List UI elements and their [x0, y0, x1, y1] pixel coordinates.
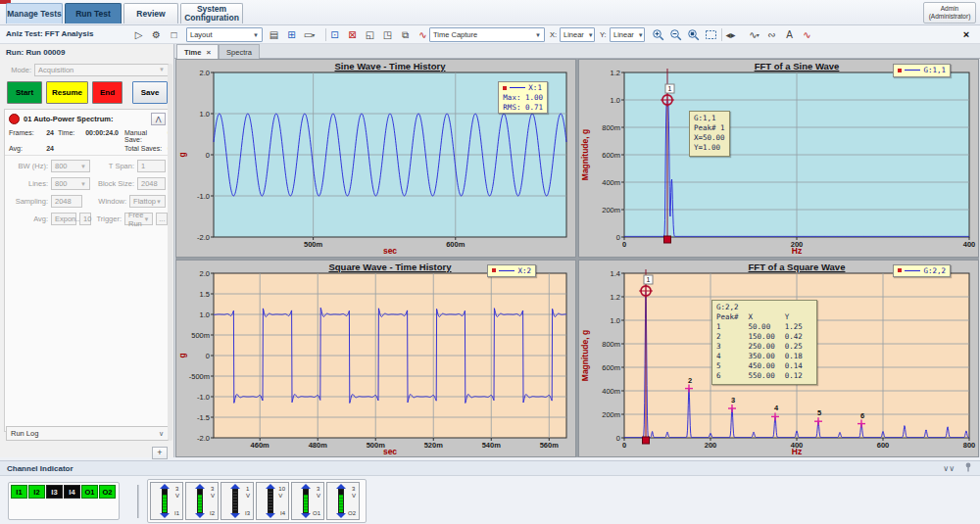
chart-fft-square-wave[interactable]: 02004006008001.41.21.0800m600m400m200m01… — [578, 260, 979, 458]
save-layout-icon[interactable]: ⊞ — [284, 27, 299, 42]
tab-spectra[interactable]: Spectra — [219, 44, 260, 59]
tab-review[interactable]: Review — [123, 3, 178, 24]
chart-plot[interactable]: 02004001.21.0800m600m400m200m01HzMagnitu… — [579, 60, 978, 257]
chart-square-time-history[interactable]: 460m480m500m520m540m560m2.01.51.0500m0-5… — [175, 260, 576, 458]
mode-combo[interactable]: Acquisition▼ — [34, 64, 169, 76]
harmonic-cursor-icon[interactable]: ∿ — [800, 27, 814, 42]
channel-meter-i1[interactable]: 3VI1 — [150, 482, 183, 520]
open-layout-icon[interactable]: ▭▾ — [302, 27, 317, 42]
svg-text:600: 600 — [877, 441, 890, 450]
chart-fft-sine-wave[interactable]: 02004001.21.0800m600m400m200m01HzMagnitu… — [578, 59, 979, 258]
tab-run-test[interactable]: Run Test — [65, 3, 122, 24]
meter-channel-label: I2 — [210, 510, 215, 516]
svg-text:1: 1 — [668, 85, 672, 92]
meter-lower-limit-icon[interactable] — [230, 513, 240, 518]
bw-combo[interactable]: 800▼ — [51, 160, 90, 172]
cursor-wave-icon[interactable]: ∿▾ — [747, 27, 761, 42]
channel-meter-o1[interactable]: 3VO1 — [291, 482, 324, 520]
meter-lower-limit-icon[interactable] — [195, 513, 205, 518]
admin-button[interactable]: Admin (Administrator) — [923, 2, 976, 24]
box-zoom-icon[interactable] — [704, 27, 718, 42]
window-combo[interactable]: Flattop▼ — [129, 195, 166, 208]
channel-meter-i2[interactable]: 3VI2 — [185, 482, 219, 520]
tspan-field[interactable]: 1 — [137, 160, 166, 172]
channel-button-i2[interactable]: I2 — [28, 485, 45, 499]
channel-button-o2[interactable]: O2 — [99, 485, 116, 499]
channel-button-i4[interactable]: I4 — [64, 485, 80, 499]
test-name-label: Anlz Test: FFT Analysis — [6, 29, 93, 38]
new-window-icon[interactable]: □ — [167, 27, 181, 42]
chart-plot[interactable]: 460m480m500m520m540m560m2.01.51.0500m0-5… — [176, 261, 575, 457]
run-test-icon[interactable]: ▷ — [131, 27, 146, 42]
meter-channel-label: I1 — [174, 510, 179, 516]
legend-marker-icon — [898, 268, 902, 272]
svg-text:0: 0 — [616, 233, 620, 242]
channel-meter-o2[interactable]: 3VO2 — [326, 482, 360, 520]
channel-meter-i4[interactable]: 10VI4 — [256, 482, 289, 520]
x-axis-label: sec — [383, 447, 397, 456]
lines-combo[interactable]: 800▼ — [51, 177, 90, 190]
window-left-icon[interactable]: ◱ — [363, 27, 377, 42]
trigger-label: Trigger: — [94, 214, 122, 223]
svg-text:0: 0 — [206, 351, 210, 359]
annotation-text-icon[interactable]: A — [782, 27, 797, 42]
x-axis-label: Hz — [792, 447, 802, 456]
zoom-icon-group — [651, 26, 718, 43]
new-layout-icon[interactable]: ▤ — [267, 27, 281, 42]
collapse-panel-icon[interactable]: ∨∨ — [943, 464, 955, 473]
trigger-more-button[interactable]: ... — [156, 213, 168, 225]
meter-lower-limit-icon[interactable] — [336, 513, 346, 518]
block-size-field[interactable]: 2048 — [137, 177, 166, 190]
tab-label: Manage Tests — [7, 9, 62, 19]
avg-type-combo[interactable]: Expon... — [51, 213, 76, 225]
save-button[interactable]: Save — [132, 81, 168, 104]
trigger-combo[interactable]: Free Run▼ — [124, 213, 153, 225]
window-right-icon[interactable]: ◳ — [380, 27, 395, 42]
layout-combo[interactable]: Layout▼ — [186, 27, 263, 42]
channel-meter-i3[interactable]: 1VI3 — [220, 482, 254, 520]
end-button[interactable]: End — [92, 81, 122, 104]
add-panel-button[interactable]: + — [152, 447, 168, 459]
meter-lower-limit-icon[interactable] — [301, 513, 311, 518]
signal-combo-value: Time Capture — [433, 30, 477, 39]
edit-curve-icon[interactable]: ∿ — [416, 27, 430, 42]
run-log-combo[interactable]: Run Log∨ — [6, 426, 169, 441]
start-button[interactable]: Start — [7, 81, 42, 104]
channel-button-i1[interactable]: I1 — [11, 485, 27, 499]
chart-title: Sine Wave - Time History — [214, 61, 566, 71]
tab-manage-tests[interactable]: Manage Tests — [6, 3, 63, 24]
zoom-full-icon[interactable] — [686, 27, 701, 42]
left-panel-scrollbar[interactable] — [168, 64, 172, 441]
test-settings-icon[interactable]: ⚙ — [149, 27, 164, 42]
meter-lower-limit-icon[interactable] — [266, 513, 275, 518]
meter-lower-limit-icon[interactable] — [160, 513, 170, 518]
layout-combo-value: Layout — [190, 30, 213, 39]
remove-signal-window-icon[interactable]: ⊠ — [345, 27, 360, 42]
channel-button-o1[interactable]: O1 — [81, 485, 98, 499]
peak-marker-button[interactable]: ⋀ — [151, 113, 166, 125]
bw-label: BW (Hz): — [9, 162, 48, 170]
pin-panel-icon[interactable] — [964, 462, 972, 474]
x-scale-combo[interactable]: Linear▼ — [560, 27, 595, 42]
pan-horizontal-icon[interactable]: ◂▸ — [723, 27, 738, 42]
y-scale-combo[interactable]: Linear▼ — [610, 27, 645, 42]
chart-sine-time-history[interactable]: 500m600m2.01.00-1.0-2.0secgSine Wave - T… — [175, 59, 576, 258]
meter-channel-label: I3 — [245, 510, 250, 516]
channel-button-i3[interactable]: I3 — [46, 485, 63, 499]
avg-count-field[interactable]: 10 — [79, 213, 91, 225]
close-tab-icon[interactable]: × — [206, 48, 211, 57]
zoom-out-icon[interactable] — [668, 27, 683, 42]
close-pane-icon[interactable]: × — [960, 28, 972, 40]
signal-combo[interactable]: Time Capture▼ — [429, 27, 545, 42]
svg-text:1.2: 1.2 — [611, 69, 620, 77]
channel-splitter[interactable] — [137, 485, 139, 518]
sampling-field[interactable]: 2048 — [51, 195, 82, 208]
overlap-windows-icon[interactable]: ⧉ — [398, 27, 413, 42]
resume-button[interactable]: Resume — [46, 81, 88, 104]
legend-line-icon — [905, 70, 920, 71]
add-signal-window-icon[interactable]: ⊡ — [327, 27, 342, 42]
link-cursor-icon[interactable]: ∾ — [764, 27, 779, 42]
tab-system-configuration[interactable]: System Configuration — [180, 3, 243, 24]
tab-time[interactable]: Time × — [176, 44, 219, 59]
zoom-in-icon[interactable] — [651, 27, 665, 42]
